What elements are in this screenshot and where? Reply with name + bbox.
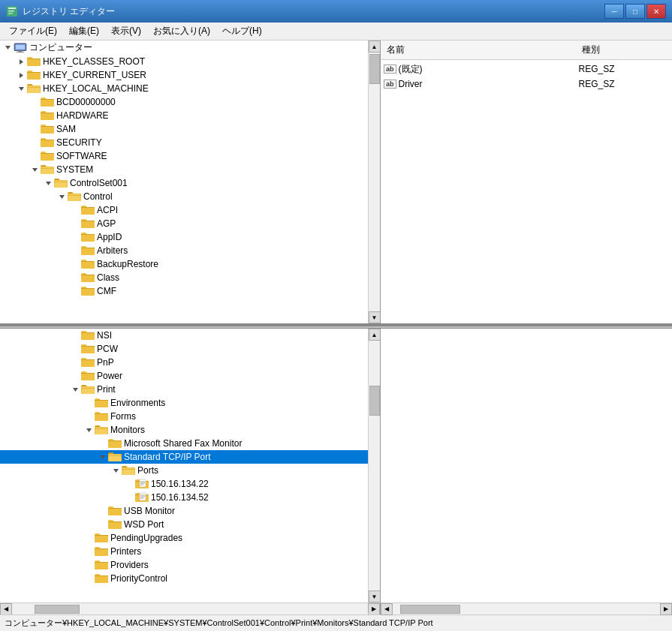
- maximize-button[interactable]: □: [625, 4, 645, 19]
- expand-icon[interactable]: [69, 231, 81, 243]
- expand-icon[interactable]: [29, 164, 41, 176]
- expand-icon[interactable]: [15, 83, 27, 95]
- expand-icon[interactable]: [42, 177, 54, 189]
- tree-item[interactable]: ControlSet001: [0, 176, 368, 190]
- tree-item[interactable]: Control: [0, 190, 368, 203]
- tree-item[interactable]: PCW: [0, 342, 368, 356]
- menu-edit[interactable]: 編集(E): [63, 23, 105, 39]
- tree-item[interactable]: Ports: [0, 464, 368, 477]
- right-hscroll-right[interactable]: ▶: [660, 603, 672, 615]
- tree-item[interactable]: Environments: [0, 396, 368, 410]
- tree-item[interactable]: PnP: [0, 356, 368, 369]
- tree-item[interactable]: Power: [0, 369, 368, 383]
- bottom-tree-hscroll[interactable]: ◀ ▶: [0, 602, 380, 614]
- right-hscroll-thumb[interactable]: [400, 605, 460, 614]
- tree-item[interactable]: Monitors: [0, 423, 368, 437]
- expand-icon[interactable]: [83, 559, 95, 571]
- expand-icon[interactable]: [15, 69, 27, 81]
- expand-icon[interactable]: [69, 272, 81, 284]
- expand-icon[interactable]: [123, 491, 135, 503]
- tree-item[interactable]: NSI: [0, 329, 368, 342]
- expand-icon[interactable]: [96, 437, 108, 449]
- menu-help[interactable]: ヘルプ(H): [216, 23, 268, 39]
- expand-icon[interactable]: [69, 343, 81, 355]
- menu-file[interactable]: ファイル(E): [3, 23, 63, 39]
- expand-icon[interactable]: [83, 545, 95, 557]
- expand-icon[interactable]: [83, 397, 95, 409]
- tree-item[interactable]: SAM: [0, 122, 368, 136]
- tree-item[interactable]: HKEY_CLASSES_ROOT: [0, 55, 368, 68]
- tree-item[interactable]: PendingUpgrades: [0, 531, 368, 545]
- tree-item[interactable]: Providers: [0, 558, 368, 572]
- expand-icon[interactable]: [2, 42, 14, 54]
- expand-icon[interactable]: [83, 572, 95, 584]
- top-tree-scroll[interactable]: コンピューター HKEY_CLASSES_ROOT HKEY_CURRENT_U…: [0, 41, 368, 323]
- expand-icon[interactable]: [96, 451, 108, 463]
- tree-item[interactable]: SECURITY: [0, 136, 368, 149]
- tree-item[interactable]: 150.16.134.52: [0, 491, 368, 504]
- bottom-tree-scroll[interactable]: NSI PCW PnP Power Print Environments F: [0, 329, 368, 602]
- scroll-thumb-bottom[interactable]: [369, 386, 380, 416]
- tree-item[interactable]: Microsoft Shared Fax Monitor: [0, 437, 368, 450]
- expand-icon[interactable]: [69, 204, 81, 216]
- scroll-down-arrow-bottom[interactable]: ▼: [369, 590, 381, 602]
- expand-icon[interactable]: [69, 285, 81, 297]
- tree-item[interactable]: BCD00000000: [0, 95, 368, 109]
- hscroll-thumb[interactable]: [35, 605, 80, 614]
- expand-icon[interactable]: [83, 410, 95, 422]
- expand-icon[interactable]: [69, 218, 81, 230]
- hscroll-left[interactable]: ◀: [0, 603, 12, 615]
- expand-icon[interactable]: [96, 518, 108, 530]
- expand-icon[interactable]: [69, 356, 81, 368]
- tree-item[interactable]: USB Monitor: [0, 504, 368, 518]
- reg-row-default[interactable]: ab (既定) REG_SZ: [381, 62, 672, 77]
- tree-item[interactable]: Forms: [0, 410, 368, 423]
- tree-item[interactable]: 150.16.134.22: [0, 477, 368, 491]
- hscroll-track[interactable]: [12, 604, 368, 614]
- expand-icon[interactable]: [69, 329, 81, 341]
- tree-item[interactable]: SYSTEM: [0, 163, 368, 176]
- expand-icon[interactable]: [69, 370, 81, 382]
- tree-item[interactable]: PriorityControl: [0, 572, 368, 585]
- close-button[interactable]: ✕: [646, 4, 666, 19]
- expand-icon[interactable]: [83, 424, 95, 436]
- expand-icon[interactable]: [29, 96, 41, 108]
- expand-icon[interactable]: [29, 137, 41, 149]
- expand-icon[interactable]: [110, 464, 122, 476]
- tree-item[interactable]: HKEY_CURRENT_USER: [0, 68, 368, 82]
- expand-icon[interactable]: [69, 383, 81, 395]
- expand-icon[interactable]: [96, 505, 108, 517]
- expand-icon[interactable]: [15, 56, 27, 68]
- tree-item[interactable]: ACPI: [0, 203, 368, 217]
- tree-item[interactable]: Print: [0, 383, 368, 396]
- expand-icon[interactable]: [29, 150, 41, 162]
- right-hscroll-left[interactable]: ◀: [381, 603, 393, 615]
- tree-item[interactable]: Printers: [0, 545, 368, 558]
- tree-item[interactable]: AppID: [0, 230, 368, 244]
- tree-item[interactable]: Class: [0, 271, 368, 284]
- tree-item[interactable]: コンピューター: [0, 41, 368, 55]
- tree-item[interactable]: AGP: [0, 217, 368, 230]
- tree-item[interactable]: HKEY_LOCAL_MACHINE: [0, 82, 368, 95]
- scroll-down-arrow[interactable]: ▼: [369, 311, 381, 323]
- menu-favorites[interactable]: お気に入り(A): [147, 23, 216, 39]
- expand-icon[interactable]: [56, 191, 68, 203]
- tree-item[interactable]: CMF: [0, 284, 368, 298]
- reg-row-driver[interactable]: ab Driver REG_SZ: [381, 77, 672, 92]
- scroll-up-arrow[interactable]: ▲: [369, 41, 381, 53]
- expand-icon[interactable]: [29, 123, 41, 135]
- tree-item[interactable]: SOFTWARE: [0, 149, 368, 163]
- hscroll-right[interactable]: ▶: [368, 603, 380, 615]
- expand-icon[interactable]: [29, 110, 41, 122]
- tree-item[interactable]: BackupRestore: [0, 257, 368, 271]
- scroll-thumb-top[interactable]: [369, 54, 380, 84]
- minimize-button[interactable]: ─: [604, 4, 624, 19]
- tree-item[interactable]: Standard TCP/IP Port: [0, 450, 368, 464]
- scroll-up-arrow-bottom[interactable]: ▲: [369, 329, 381, 341]
- right-hscroll-track[interactable]: [393, 604, 660, 614]
- expand-icon[interactable]: [123, 478, 135, 490]
- tree-item[interactable]: Arbiters: [0, 244, 368, 257]
- tree-item[interactable]: WSD Port: [0, 518, 368, 531]
- expand-icon[interactable]: [69, 258, 81, 270]
- menu-view[interactable]: 表示(V): [105, 23, 147, 39]
